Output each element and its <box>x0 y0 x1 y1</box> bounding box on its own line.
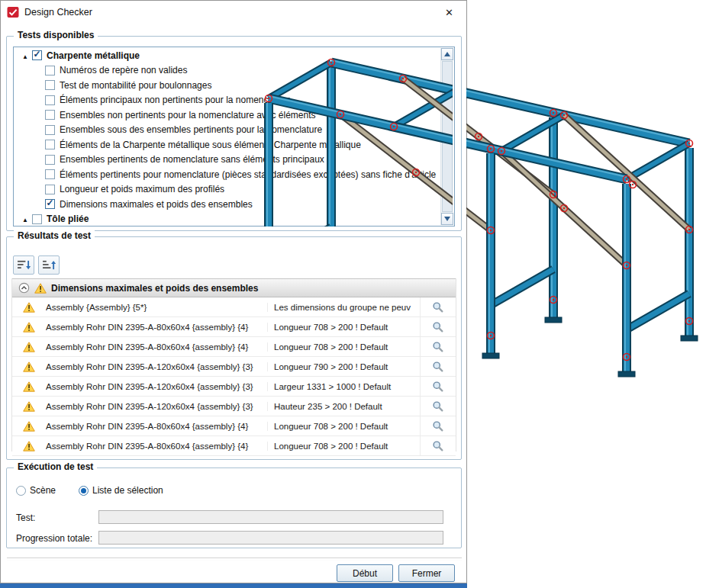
arrow-up-icon <box>444 52 450 56</box>
separator <box>7 557 462 561</box>
result-message: Longueur 708 > 200 ! Default <box>267 323 420 332</box>
magnifier-icon[interactable] <box>432 341 444 353</box>
magnifier-icon[interactable] <box>432 400 444 413</box>
result-name: Assembly Rohr DIN 2395-A-120x60x4 {assem… <box>46 402 267 411</box>
expander-icon[interactable] <box>22 50 32 61</box>
tree-item-7[interactable]: Ensembles pertinents de nomenclature san… <box>15 153 440 168</box>
result-message: Longueur 708 > 200 ! Default <box>267 442 420 451</box>
sort-ascending-icon <box>42 259 56 271</box>
results-category-header[interactable]: Dimensions maximales et poids des ensemb… <box>12 278 456 297</box>
scroll-thumb[interactable] <box>442 61 453 212</box>
result-row[interactable]: Assembly Rohr DIN 2395-A-80x60x4 {assemb… <box>12 337 456 357</box>
tree-item-label: Ensembles pertinents de nomenclature san… <box>60 154 324 165</box>
result-row[interactable]: Assembly Rohr DIN 2395-A-120x60x4 {assem… <box>12 377 456 397</box>
execution-group-title: Exécution de test <box>14 461 97 472</box>
tree-item-label: Éléments de la Charpente métallique sous… <box>60 140 361 150</box>
tree-item-label: Dimensions maximales et poids des ensemb… <box>60 199 253 210</box>
tree-item-8[interactable]: Éléments pertinents pour nomenclature (p… <box>15 167 440 182</box>
scroll-down-button[interactable] <box>441 213 453 225</box>
warning-icon <box>23 361 35 372</box>
tree-item-5[interactable]: Ensembles sous des ensembles pertinents … <box>15 123 440 138</box>
checkbox[interactable] <box>32 50 42 60</box>
tests-tree: Charpente métallique Numéros de repère n… <box>13 47 455 227</box>
warning-icon <box>23 441 35 451</box>
checkbox[interactable] <box>45 95 55 105</box>
tree-item-label: Éléments principaux non pertinents pour … <box>60 95 292 105</box>
tree-item-9[interactable]: Longueur et poids maximum des profilés <box>15 182 440 198</box>
progress-field-label: Progression totale: <box>16 533 92 544</box>
warning-icon <box>23 302 35 313</box>
design-checker-icon <box>7 6 19 18</box>
result-row[interactable]: Assembly Rohr DIN 2395-A-80x60x4 {assemb… <box>12 436 456 456</box>
radio-scene[interactable]: Scène <box>16 485 56 496</box>
tree-item-11[interactable]: Tôle pliée <box>15 212 440 226</box>
expander-icon[interactable] <box>22 214 32 224</box>
checkbox[interactable] <box>45 66 55 76</box>
magnifier-icon[interactable] <box>432 361 444 373</box>
result-message: Longueur 708 > 200 ! Default <box>267 422 420 431</box>
sort-ascending-button[interactable] <box>38 255 60 275</box>
result-row[interactable]: Assembly Rohr DIN 2395-A-80x60x4 {assemb… <box>12 317 456 337</box>
sort-descending-button[interactable] <box>13 255 34 275</box>
collapse-icon[interactable] <box>18 282 30 294</box>
magnifier-icon[interactable] <box>432 381 444 393</box>
tree-item-2[interactable]: Test de montabilité pour boulonnages <box>15 78 440 93</box>
start-button[interactable]: Début <box>337 564 393 582</box>
radio-selection-label: Liste de sélection <box>92 485 163 496</box>
result-message: Largeur 1331 > 1000 ! Default <box>267 382 420 391</box>
scope-radio-group: Scène Liste de sélection <box>16 485 186 496</box>
title-bar[interactable]: Design Checker ✕ <box>1 1 466 24</box>
result-row[interactable]: Assembly Rohr DIN 2395-A-120x60x4 {assem… <box>12 357 456 377</box>
magnifier-icon[interactable] <box>432 420 444 432</box>
checkbox[interactable] <box>32 214 42 224</box>
tree-item-label: Charpente métallique <box>47 50 140 61</box>
magnifier-icon[interactable] <box>432 301 444 313</box>
result-row[interactable]: Assembly Rohr DIN 2395-A-80x60x4 {assemb… <box>12 416 456 436</box>
tree-item-4[interactable]: Ensembles non pertinents pour la nomencl… <box>15 108 440 123</box>
close-button[interactable]: ✕ <box>432 1 466 24</box>
result-name: Assembly Rohr DIN 2395-A-80x60x4 {assemb… <box>46 323 267 332</box>
screen: Design Checker ✕ Tests disponibles Charp… <box>0 0 706 588</box>
result-message: Longueur 790 > 200 ! Default <box>267 362 420 371</box>
result-name: Assembly Rohr DIN 2395-A-120x60x4 {assem… <box>46 382 267 391</box>
checkbox[interactable] <box>45 169 55 179</box>
checkbox[interactable] <box>45 140 55 149</box>
magnifier-icon[interactable] <box>432 321 444 333</box>
checkbox[interactable] <box>45 199 55 209</box>
checkbox[interactable] <box>45 155 55 165</box>
checkbox[interactable] <box>45 110 55 120</box>
design-checker-dialog: Design Checker ✕ Tests disponibles Charp… <box>0 0 467 583</box>
tree-item-1[interactable]: Numéros de repère non valides <box>15 63 440 79</box>
checkbox[interactable] <box>45 80 55 90</box>
result-message: Hauteur 235 > 200 ! Default <box>267 402 420 411</box>
radio-scene-label: Scène <box>30 485 56 496</box>
warning-icon <box>34 283 47 294</box>
scroll-up-button[interactable] <box>441 48 453 60</box>
checkbox[interactable] <box>45 185 55 194</box>
magnifier-icon[interactable] <box>432 440 444 452</box>
warning-icon <box>23 401 35 412</box>
checkbox[interactable] <box>45 125 55 135</box>
tree-item-label: Longueur et poids maximum des profilés <box>60 184 224 194</box>
results-category-label: Dimensions maximales et poids des ensemb… <box>51 283 258 294</box>
radio-icon[interactable] <box>79 486 89 496</box>
tree-item-10[interactable]: Dimensions maximales et poids des ensemb… <box>15 197 440 212</box>
tree-scrollbar[interactable] <box>440 48 453 225</box>
result-name: Assembly Rohr DIN 2395-A-120x60x4 {assem… <box>46 362 267 371</box>
test-field-label: Test: <box>16 512 35 523</box>
result-row[interactable]: Assembly {Assembly} {5*} Les dimensions … <box>12 297 456 317</box>
progress-bar <box>98 531 443 545</box>
tree-item-label: Tôle pliée <box>47 214 89 224</box>
radio-selection-list[interactable]: Liste de sélection <box>79 485 163 496</box>
tree-item-label: Éléments pertinents pour nomenclature (p… <box>60 169 436 180</box>
radio-icon[interactable] <box>16 486 26 496</box>
tree-item-6[interactable]: Éléments de la Charpente métallique sous… <box>15 137 440 153</box>
tree-item-label: Numéros de repère non valides <box>60 65 187 76</box>
close-dialog-button[interactable]: Fermer <box>398 564 455 582</box>
window-edge <box>0 583 467 588</box>
result-row[interactable]: Assembly Rohr DIN 2395-A-120x60x4 {assem… <box>12 397 456 416</box>
tree-item-0[interactable]: Charpente métallique <box>15 48 440 63</box>
tests-group: Tests disponibles Charpente métallique N… <box>6 36 462 231</box>
results-group: Résultats de test <box>6 236 462 460</box>
tree-item-3[interactable]: Éléments principaux non pertinents pour … <box>15 93 440 108</box>
